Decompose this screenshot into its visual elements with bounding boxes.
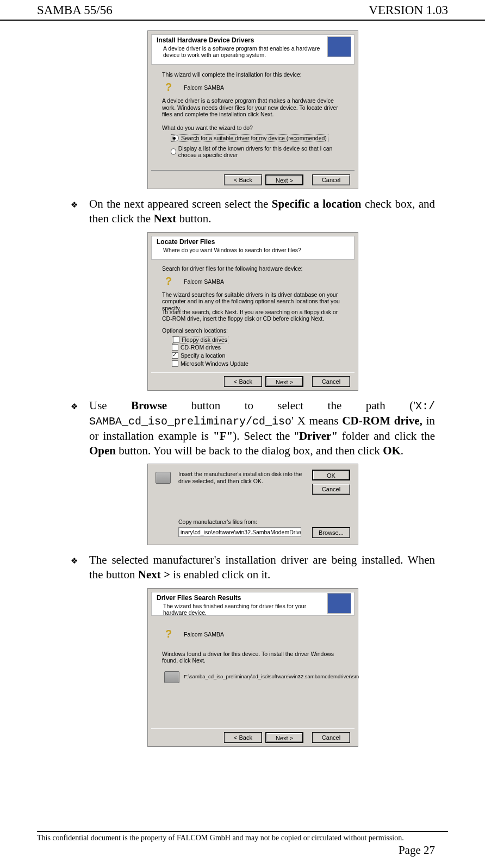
bullet-1-text: On the next appeared screen select the S…	[89, 197, 435, 227]
page-footer: This confidential document is the proper…	[0, 831, 485, 857]
bullet-2-text: Use Browse button to select the path ('X…	[89, 398, 435, 459]
bullet-2: ❖ Use Browse button to select the path (…	[71, 398, 435, 459]
ss1-title: Install Hardware Device Drivers	[157, 36, 254, 44]
cancel-button[interactable]: Cancel	[312, 484, 350, 495]
ss2-line1: Search for driver files for the followin…	[162, 265, 303, 272]
diamond-bullet-icon: ❖	[71, 553, 89, 583]
back-button[interactable]: < Back	[224, 174, 262, 185]
ss1-line1: This wizard will complete the installati…	[162, 71, 302, 78]
disk-icon	[156, 472, 171, 484]
dialog-screenshot-3: Insert the manufacturer's installation d…	[147, 464, 358, 545]
cancel-button[interactable]: Cancel	[312, 174, 350, 185]
radio-display-list[interactable]: Display a list of the known drivers for …	[171, 145, 345, 158]
diamond-bullet-icon: ❖	[71, 197, 89, 227]
disk-icon	[164, 671, 179, 683]
bullet-3-text: The selected manufacturer's installation…	[89, 553, 435, 583]
wizard-screenshot-1: Install Hardware Device Drivers A device…	[147, 30, 358, 189]
ss4-line1: Windows found a driver for this device. …	[162, 651, 347, 664]
path-input[interactable]: inary\cd_iso\software\win32.SambaModemDr…	[178, 527, 301, 537]
ss4-subtitle: The wizard has finished searching for dr…	[163, 603, 326, 616]
check-cdrom[interactable]: CD-ROM drives	[172, 344, 221, 351]
check-floppy[interactable]: Floppy disk drives	[172, 336, 228, 344]
ss1-para: A device driver is a software program th…	[162, 97, 347, 118]
cancel-button[interactable]: Cancel	[312, 732, 350, 743]
ss2-para2: To start the search, click Next. If you …	[162, 309, 347, 322]
ss4-title: Driver Files Search Results	[157, 594, 241, 602]
ss4-device: Falcom SAMBA	[184, 631, 224, 638]
check-specify-location[interactable]: Specify a location	[172, 352, 225, 359]
footer-notice: This confidential document is the proper…	[37, 831, 448, 842]
question-icon: ?	[165, 275, 179, 289]
footer-page-number: Page 27	[37, 844, 448, 857]
browse-button[interactable]: Browse...	[312, 527, 350, 538]
radio-search-driver[interactable]: Search for a suitable driver for my devi…	[171, 134, 328, 142]
ss3-line1: Insert the manufacturer's installation d…	[178, 471, 303, 484]
question-icon: ?	[165, 81, 179, 95]
check-windows-update[interactable]: Microsoft Windows Update	[172, 360, 248, 367]
back-button[interactable]: < Back	[224, 376, 262, 387]
header-left: SAMBA 55/56	[37, 3, 113, 17]
cancel-button[interactable]: Cancel	[312, 376, 350, 387]
ss4-path: F:\samba_cd_iso_preliminary\cd_iso\softw…	[184, 673, 352, 679]
bullet-1: ❖ On the next appeared screen select the…	[71, 197, 435, 227]
wizard-screenshot-4: Driver Files Search Results The wizard h…	[147, 588, 358, 747]
ss2-title: Locate Driver Files	[157, 238, 215, 246]
ss2-device: Falcom SAMBA	[184, 278, 224, 285]
content-area: Install Hardware Device Drivers A device…	[0, 30, 485, 747]
next-button[interactable]: Next >	[265, 732, 303, 743]
next-button[interactable]: Next >	[265, 376, 303, 387]
back-button[interactable]: < Back	[224, 732, 262, 743]
ss1-question: What do you want the wizard to do?	[162, 124, 253, 132]
page-header: SAMBA 55/56 VERSION 1.03	[0, 0, 485, 21]
header-right: VERSION 1.03	[369, 3, 448, 17]
ss2-optlabel: Optional search locations:	[162, 327, 228, 334]
question-icon: ?	[165, 628, 179, 642]
ss2-subtitle: Where do you want Windows to search for …	[163, 247, 301, 253]
ss1-device: Falcom SAMBA	[184, 84, 224, 91]
diamond-bullet-icon: ❖	[71, 398, 89, 459]
bullet-3: ❖ The selected manufacturer's installati…	[71, 553, 435, 583]
ok-button[interactable]: OK	[312, 470, 350, 480]
next-button[interactable]: Next >	[265, 174, 303, 185]
ss1-subtitle: A device driver is a software program th…	[163, 45, 321, 58]
wizard-screenshot-2: Locate Driver Files Where do you want Wi…	[147, 232, 358, 391]
ss3-copylabel: Copy manufacturer's files from:	[178, 519, 257, 526]
